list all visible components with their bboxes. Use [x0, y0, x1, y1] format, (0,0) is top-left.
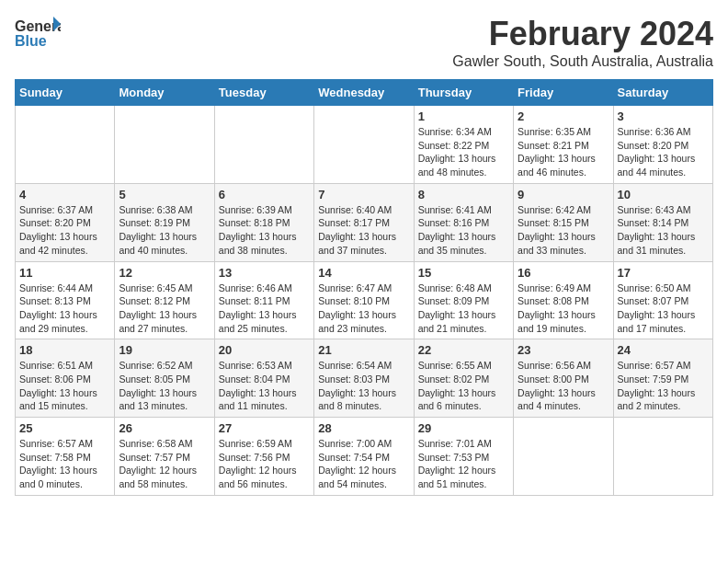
day-number: 25 — [19, 421, 110, 435]
day-info: Sunrise: 6:41 AMSunset: 8:16 PMDaylight:… — [418, 203, 509, 258]
day-info: Sunrise: 6:38 AMSunset: 8:19 PMDaylight:… — [119, 203, 210, 258]
day-info: Sunrise: 6:44 AMSunset: 8:13 PMDaylight:… — [19, 282, 110, 336]
table-row — [16, 106, 115, 184]
day-number: 29 — [418, 421, 509, 435]
day-number: 16 — [518, 266, 609, 280]
header-sunday: Sunday — [16, 80, 115, 106]
day-number: 10 — [618, 188, 709, 201]
table-row: 28Sunrise: 7:00 AMSunset: 7:54 PMDayligh… — [314, 418, 414, 496]
day-info: Sunrise: 6:45 AMSunset: 8:12 PMDaylight:… — [119, 282, 210, 336]
calendar-header-row: Sunday Monday Tuesday Wednesday Thursday… — [16, 80, 713, 106]
calendar-week-row: 1Sunrise: 6:34 AMSunset: 8:22 PMDaylight… — [16, 106, 713, 184]
table-row — [115, 106, 214, 184]
logo-icon: General Blue — [15, 15, 61, 56]
table-row: 18Sunrise: 6:51 AMSunset: 8:06 PMDayligh… — [16, 339, 115, 418]
day-info: Sunrise: 6:55 AMSunset: 8:02 PMDaylight:… — [418, 359, 509, 413]
day-number: 3 — [618, 109, 709, 123]
table-row: 23Sunrise: 6:56 AMSunset: 8:00 PMDayligh… — [514, 339, 613, 418]
day-info: Sunrise: 6:54 AMSunset: 8:03 PMDaylight:… — [318, 359, 409, 413]
day-number: 26 — [119, 421, 210, 435]
table-row: 2Sunrise: 6:35 AMSunset: 8:21 PMDaylight… — [514, 106, 613, 184]
table-row: 1Sunrise: 6:34 AMSunset: 8:22 PMDaylight… — [414, 106, 513, 184]
table-row: 7Sunrise: 6:40 AMSunset: 8:17 PMDaylight… — [314, 183, 414, 261]
table-row: 16Sunrise: 6:49 AMSunset: 8:08 PMDayligh… — [514, 261, 613, 339]
header-saturday: Saturday — [613, 80, 712, 106]
table-row: 9Sunrise: 6:42 AMSunset: 8:15 PMDaylight… — [514, 183, 613, 261]
day-number: 12 — [119, 266, 210, 280]
day-number: 1 — [418, 109, 509, 123]
month-title: February 2024 — [452, 15, 713, 53]
calendar-table: Sunday Monday Tuesday Wednesday Thursday… — [15, 79, 713, 496]
day-info: Sunrise: 6:50 AMSunset: 8:07 PMDaylight:… — [618, 282, 709, 336]
calendar-week-row: 25Sunrise: 6:57 AMSunset: 7:58 PMDayligh… — [16, 418, 713, 496]
title-area: February 2024 Gawler South, South Austra… — [452, 15, 713, 70]
day-info: Sunrise: 6:57 AMSunset: 7:59 PMDaylight:… — [618, 359, 709, 413]
location-title: Gawler South, South Australia, Australia — [452, 53, 713, 70]
day-number: 19 — [119, 343, 210, 357]
day-info: Sunrise: 6:39 AMSunset: 8:18 PMDaylight:… — [219, 203, 310, 258]
table-row: 5Sunrise: 6:38 AMSunset: 8:19 PMDaylight… — [115, 183, 214, 261]
header-wednesday: Wednesday — [314, 80, 414, 106]
calendar-week-row: 18Sunrise: 6:51 AMSunset: 8:06 PMDayligh… — [16, 339, 713, 418]
day-number: 24 — [618, 343, 709, 357]
header-tuesday: Tuesday — [214, 80, 313, 106]
day-info: Sunrise: 6:53 AMSunset: 8:04 PMDaylight:… — [219, 359, 310, 413]
calendar-week-row: 4Sunrise: 6:37 AMSunset: 8:20 PMDaylight… — [16, 183, 713, 261]
logo: General Blue — [15, 15, 61, 56]
table-row: 22Sunrise: 6:55 AMSunset: 8:02 PMDayligh… — [414, 339, 513, 418]
table-row: 27Sunrise: 6:59 AMSunset: 7:56 PMDayligh… — [214, 418, 313, 496]
table-row: 4Sunrise: 6:37 AMSunset: 8:20 PMDaylight… — [16, 183, 115, 261]
table-row: 10Sunrise: 6:43 AMSunset: 8:14 PMDayligh… — [613, 183, 712, 261]
table-row: 25Sunrise: 6:57 AMSunset: 7:58 PMDayligh… — [16, 418, 115, 496]
table-row: 21Sunrise: 6:54 AMSunset: 8:03 PMDayligh… — [314, 339, 414, 418]
day-number: 18 — [19, 343, 110, 357]
day-number: 23 — [518, 343, 609, 357]
page-header: General Blue February 2024 Gawler South,… — [15, 15, 713, 70]
table-row — [214, 106, 313, 184]
day-info: Sunrise: 6:37 AMSunset: 8:20 PMDaylight:… — [19, 203, 110, 258]
day-info: Sunrise: 6:57 AMSunset: 7:58 PMDaylight:… — [19, 437, 110, 491]
day-info: Sunrise: 6:42 AMSunset: 8:15 PMDaylight:… — [518, 203, 609, 258]
table-row: 8Sunrise: 6:41 AMSunset: 8:16 PMDaylight… — [414, 183, 513, 261]
day-number: 6 — [219, 188, 310, 201]
header-monday: Monday — [115, 80, 214, 106]
day-info: Sunrise: 6:46 AMSunset: 8:11 PMDaylight:… — [219, 282, 310, 336]
table-row: 20Sunrise: 6:53 AMSunset: 8:04 PMDayligh… — [214, 339, 313, 418]
day-info: Sunrise: 6:40 AMSunset: 8:17 PMDaylight:… — [318, 203, 409, 258]
table-row: 3Sunrise: 6:36 AMSunset: 8:20 PMDaylight… — [613, 106, 712, 184]
table-row: 13Sunrise: 6:46 AMSunset: 8:11 PMDayligh… — [214, 261, 313, 339]
day-info: Sunrise: 7:01 AMSunset: 7:53 PMDaylight:… — [418, 437, 509, 491]
calendar-week-row: 11Sunrise: 6:44 AMSunset: 8:13 PMDayligh… — [16, 261, 713, 339]
day-number: 22 — [418, 343, 509, 357]
day-number: 5 — [119, 188, 210, 201]
table-row: 24Sunrise: 6:57 AMSunset: 7:59 PMDayligh… — [613, 339, 712, 418]
table-row: 14Sunrise: 6:47 AMSunset: 8:10 PMDayligh… — [314, 261, 414, 339]
day-info: Sunrise: 6:58 AMSunset: 7:57 PMDaylight:… — [119, 437, 210, 491]
day-number: 27 — [219, 421, 310, 435]
day-info: Sunrise: 6:56 AMSunset: 8:00 PMDaylight:… — [518, 359, 609, 413]
table-row: 26Sunrise: 6:58 AMSunset: 7:57 PMDayligh… — [115, 418, 214, 496]
day-info: Sunrise: 6:47 AMSunset: 8:10 PMDaylight:… — [318, 282, 409, 336]
header-friday: Friday — [514, 80, 613, 106]
day-info: Sunrise: 6:59 AMSunset: 7:56 PMDaylight:… — [219, 437, 310, 491]
day-number: 15 — [418, 266, 509, 280]
day-info: Sunrise: 6:35 AMSunset: 8:21 PMDaylight:… — [518, 125, 609, 179]
day-info: Sunrise: 7:00 AMSunset: 7:54 PMDaylight:… — [318, 437, 409, 491]
table-row: 29Sunrise: 7:01 AMSunset: 7:53 PMDayligh… — [414, 418, 513, 496]
day-number: 11 — [19, 266, 110, 280]
day-number: 14 — [318, 266, 409, 280]
day-info: Sunrise: 6:48 AMSunset: 8:09 PMDaylight:… — [418, 282, 509, 336]
table-row: 15Sunrise: 6:48 AMSunset: 8:09 PMDayligh… — [414, 261, 513, 339]
day-number: 4 — [19, 188, 110, 201]
day-number: 28 — [318, 421, 409, 435]
table-row: 17Sunrise: 6:50 AMSunset: 8:07 PMDayligh… — [613, 261, 712, 339]
table-row: 11Sunrise: 6:44 AMSunset: 8:13 PMDayligh… — [16, 261, 115, 339]
table-row — [314, 106, 414, 184]
day-number: 20 — [219, 343, 310, 357]
table-row: 6Sunrise: 6:39 AMSunset: 8:18 PMDaylight… — [214, 183, 313, 261]
day-number: 9 — [518, 188, 609, 201]
table-row: 19Sunrise: 6:52 AMSunset: 8:05 PMDayligh… — [115, 339, 214, 418]
table-row: 12Sunrise: 6:45 AMSunset: 8:12 PMDayligh… — [115, 261, 214, 339]
day-number: 8 — [418, 188, 509, 201]
svg-text:Blue: Blue — [15, 33, 47, 49]
